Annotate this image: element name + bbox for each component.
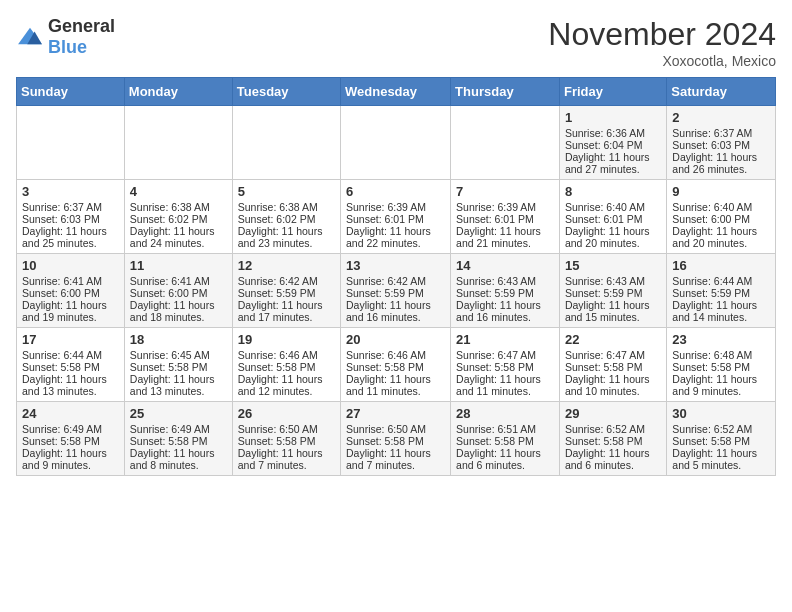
day-number: 5 bbox=[238, 184, 335, 199]
day-info: Daylight: 11 hours and 22 minutes. bbox=[346, 225, 445, 249]
day-number: 28 bbox=[456, 406, 554, 421]
day-number: 25 bbox=[130, 406, 227, 421]
day-info: Daylight: 11 hours and 7 minutes. bbox=[346, 447, 445, 471]
day-info: Sunset: 5:59 PM bbox=[672, 287, 770, 299]
day-info: Daylight: 11 hours and 24 minutes. bbox=[130, 225, 227, 249]
day-info: Sunrise: 6:49 AM bbox=[22, 423, 119, 435]
day-number: 7 bbox=[456, 184, 554, 199]
header-wednesday: Wednesday bbox=[341, 78, 451, 106]
day-info: Daylight: 11 hours and 21 minutes. bbox=[456, 225, 554, 249]
day-cell: 26Sunrise: 6:50 AMSunset: 5:58 PMDayligh… bbox=[232, 402, 340, 476]
day-cell: 27Sunrise: 6:50 AMSunset: 5:58 PMDayligh… bbox=[341, 402, 451, 476]
day-number: 30 bbox=[672, 406, 770, 421]
day-cell: 19Sunrise: 6:46 AMSunset: 5:58 PMDayligh… bbox=[232, 328, 340, 402]
header-thursday: Thursday bbox=[451, 78, 560, 106]
day-info: Sunrise: 6:50 AM bbox=[346, 423, 445, 435]
day-cell: 2Sunrise: 6:37 AMSunset: 6:03 PMDaylight… bbox=[667, 106, 776, 180]
header-saturday: Saturday bbox=[667, 78, 776, 106]
day-cell: 8Sunrise: 6:40 AMSunset: 6:01 PMDaylight… bbox=[559, 180, 666, 254]
day-cell: 18Sunrise: 6:45 AMSunset: 5:58 PMDayligh… bbox=[124, 328, 232, 402]
day-number: 2 bbox=[672, 110, 770, 125]
day-number: 16 bbox=[672, 258, 770, 273]
day-cell: 14Sunrise: 6:43 AMSunset: 5:59 PMDayligh… bbox=[451, 254, 560, 328]
day-cell: 29Sunrise: 6:52 AMSunset: 5:58 PMDayligh… bbox=[559, 402, 666, 476]
day-cell: 28Sunrise: 6:51 AMSunset: 5:58 PMDayligh… bbox=[451, 402, 560, 476]
day-info: Sunset: 5:58 PM bbox=[130, 435, 227, 447]
day-info: Sunrise: 6:49 AM bbox=[130, 423, 227, 435]
day-cell: 7Sunrise: 6:39 AMSunset: 6:01 PMDaylight… bbox=[451, 180, 560, 254]
day-info: Sunrise: 6:50 AM bbox=[238, 423, 335, 435]
day-info: Sunrise: 6:40 AM bbox=[565, 201, 661, 213]
day-info: Sunset: 6:01 PM bbox=[565, 213, 661, 225]
day-info: Sunrise: 6:41 AM bbox=[130, 275, 227, 287]
day-info: Sunset: 5:59 PM bbox=[346, 287, 445, 299]
day-info: Sunrise: 6:46 AM bbox=[238, 349, 335, 361]
day-info: Sunrise: 6:40 AM bbox=[672, 201, 770, 213]
day-info: Daylight: 11 hours and 9 minutes. bbox=[672, 373, 770, 397]
day-info: Daylight: 11 hours and 6 minutes. bbox=[456, 447, 554, 471]
day-info: Daylight: 11 hours and 20 minutes. bbox=[672, 225, 770, 249]
day-info: Daylight: 11 hours and 14 minutes. bbox=[672, 299, 770, 323]
day-info: Sunrise: 6:38 AM bbox=[238, 201, 335, 213]
day-info: Sunrise: 6:38 AM bbox=[130, 201, 227, 213]
logo-blue: Blue bbox=[48, 37, 87, 57]
day-number: 23 bbox=[672, 332, 770, 347]
day-cell: 9Sunrise: 6:40 AMSunset: 6:00 PMDaylight… bbox=[667, 180, 776, 254]
day-info: Sunset: 6:00 PM bbox=[130, 287, 227, 299]
day-info: Daylight: 11 hours and 13 minutes. bbox=[22, 373, 119, 397]
day-info: Daylight: 11 hours and 8 minutes. bbox=[130, 447, 227, 471]
day-number: 14 bbox=[456, 258, 554, 273]
logo-general: General bbox=[48, 16, 115, 36]
logo: General Blue bbox=[16, 16, 115, 58]
calendar-header-row: SundayMondayTuesdayWednesdayThursdayFrid… bbox=[17, 78, 776, 106]
day-info: Daylight: 11 hours and 26 minutes. bbox=[672, 151, 770, 175]
day-info: Sunset: 5:58 PM bbox=[346, 435, 445, 447]
day-info: Sunrise: 6:48 AM bbox=[672, 349, 770, 361]
day-info: Sunset: 6:01 PM bbox=[346, 213, 445, 225]
day-info: Daylight: 11 hours and 5 minutes. bbox=[672, 447, 770, 471]
day-number: 15 bbox=[565, 258, 661, 273]
day-cell: 3Sunrise: 6:37 AMSunset: 6:03 PMDaylight… bbox=[17, 180, 125, 254]
day-cell bbox=[17, 106, 125, 180]
day-number: 18 bbox=[130, 332, 227, 347]
week-row-3: 10Sunrise: 6:41 AMSunset: 6:00 PMDayligh… bbox=[17, 254, 776, 328]
day-info: Sunrise: 6:47 AM bbox=[456, 349, 554, 361]
day-info: Sunset: 5:58 PM bbox=[22, 435, 119, 447]
day-cell: 11Sunrise: 6:41 AMSunset: 6:00 PMDayligh… bbox=[124, 254, 232, 328]
day-cell bbox=[232, 106, 340, 180]
day-info: Daylight: 11 hours and 9 minutes. bbox=[22, 447, 119, 471]
day-number: 19 bbox=[238, 332, 335, 347]
day-cell: 24Sunrise: 6:49 AMSunset: 5:58 PMDayligh… bbox=[17, 402, 125, 476]
day-info: Sunset: 5:59 PM bbox=[565, 287, 661, 299]
day-info: Sunset: 5:59 PM bbox=[456, 287, 554, 299]
day-info: Sunset: 5:58 PM bbox=[346, 361, 445, 373]
day-info: Sunrise: 6:37 AM bbox=[22, 201, 119, 213]
day-cell: 25Sunrise: 6:49 AMSunset: 5:58 PMDayligh… bbox=[124, 402, 232, 476]
day-info: Daylight: 11 hours and 11 minutes. bbox=[346, 373, 445, 397]
day-info: Sunrise: 6:47 AM bbox=[565, 349, 661, 361]
day-cell: 21Sunrise: 6:47 AMSunset: 5:58 PMDayligh… bbox=[451, 328, 560, 402]
day-number: 29 bbox=[565, 406, 661, 421]
day-number: 27 bbox=[346, 406, 445, 421]
day-number: 4 bbox=[130, 184, 227, 199]
day-cell: 16Sunrise: 6:44 AMSunset: 5:59 PMDayligh… bbox=[667, 254, 776, 328]
day-info: Daylight: 11 hours and 12 minutes. bbox=[238, 373, 335, 397]
day-number: 20 bbox=[346, 332, 445, 347]
day-info: Sunrise: 6:41 AM bbox=[22, 275, 119, 287]
header-sunday: Sunday bbox=[17, 78, 125, 106]
day-info: Sunset: 6:01 PM bbox=[456, 213, 554, 225]
day-number: 3 bbox=[22, 184, 119, 199]
day-number: 10 bbox=[22, 258, 119, 273]
day-info: Daylight: 11 hours and 17 minutes. bbox=[238, 299, 335, 323]
day-number: 17 bbox=[22, 332, 119, 347]
day-info: Daylight: 11 hours and 27 minutes. bbox=[565, 151, 661, 175]
day-info: Sunset: 5:58 PM bbox=[565, 435, 661, 447]
day-info: Sunset: 5:59 PM bbox=[238, 287, 335, 299]
day-cell: 22Sunrise: 6:47 AMSunset: 5:58 PMDayligh… bbox=[559, 328, 666, 402]
day-info: Sunrise: 6:45 AM bbox=[130, 349, 227, 361]
day-info: Sunrise: 6:36 AM bbox=[565, 127, 661, 139]
calendar-table: SundayMondayTuesdayWednesdayThursdayFrid… bbox=[16, 77, 776, 476]
day-info: Sunrise: 6:44 AM bbox=[672, 275, 770, 287]
day-info: Sunset: 6:00 PM bbox=[22, 287, 119, 299]
month-title: November 2024 bbox=[548, 16, 776, 53]
